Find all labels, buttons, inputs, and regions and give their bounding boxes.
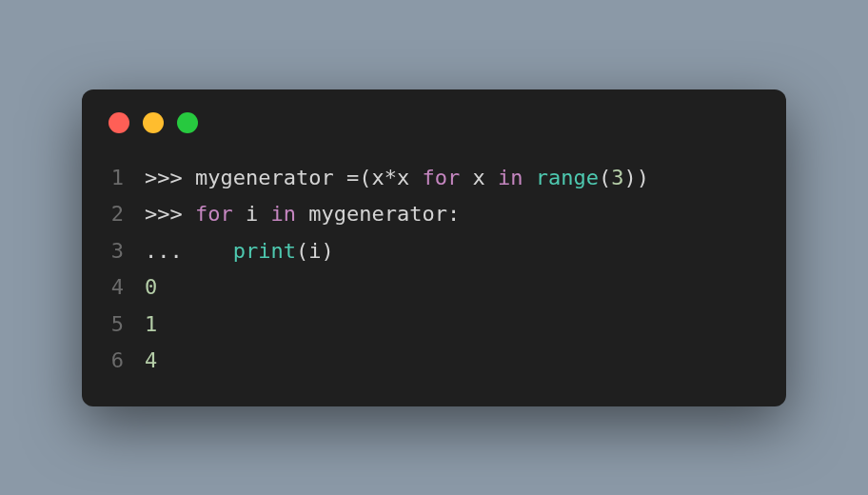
- code-line: 6 4: [108, 343, 760, 380]
- line-number: 6: [108, 343, 145, 380]
- code-content: >>> mygenerator =(x*x for x in range(3)): [145, 160, 649, 197]
- output-value: 1: [145, 307, 157, 344]
- output-value: 0: [145, 269, 157, 307]
- line-number: 3: [108, 233, 145, 270]
- line-number: 1: [108, 160, 145, 197]
- code-editor: 1 >>> mygenerator =(x*x for x in range(3…: [108, 160, 760, 380]
- code-line: 4 0: [108, 269, 760, 307]
- output-value: 4: [145, 343, 157, 380]
- window-controls: [108, 112, 760, 133]
- code-window: 1 >>> mygenerator =(x*x for x in range(3…: [82, 89, 786, 406]
- code-line: 3 ... print(i): [108, 233, 760, 270]
- close-icon[interactable]: [108, 112, 129, 133]
- maximize-icon[interactable]: [177, 112, 198, 133]
- code-content: ... print(i): [145, 233, 334, 270]
- line-number: 4: [108, 269, 145, 307]
- code-content: >>> for i in mygenerator:: [145, 196, 460, 233]
- code-line: 1 >>> mygenerator =(x*x for x in range(3…: [108, 160, 760, 197]
- minimize-icon[interactable]: [143, 112, 164, 133]
- line-number: 2: [108, 196, 145, 233]
- code-line: 2 >>> for i in mygenerator:: [108, 196, 760, 233]
- line-number: 5: [108, 307, 145, 344]
- code-line: 5 1: [108, 307, 760, 344]
